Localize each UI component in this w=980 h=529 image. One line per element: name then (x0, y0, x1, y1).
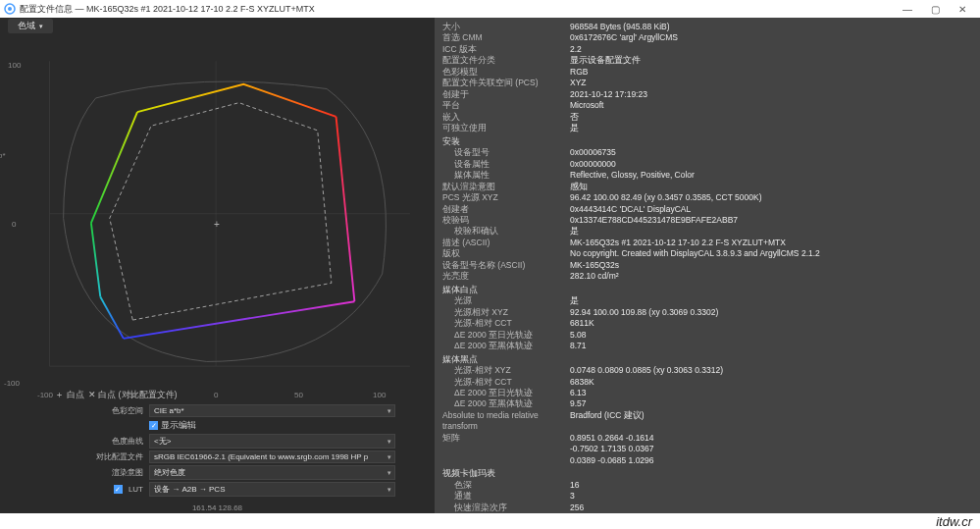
info-key: 色深 (442, 480, 570, 491)
info-row: 光源是 (442, 295, 972, 306)
info-key: 平台 (442, 100, 570, 111)
info-row: 创建于2021-10-12 17:19:23 (442, 89, 972, 100)
info-value: 0x6172676C 'argl' ArgyllCMS (570, 32, 972, 43)
info-key: Absolute to media relative transform (442, 410, 570, 433)
minimize-button[interactable]: — (894, 4, 921, 15)
info-value: 0.8951 0.2664 -0.1614 (570, 433, 972, 444)
compare-select[interactable]: sRGB IEC61966-2.1 (Equivalent to www.srg… (149, 450, 395, 463)
info-key: 创建于 (442, 89, 570, 100)
status-coords: 161.54 128.68 (0, 503, 435, 513)
info-row: 创建者0x4443414C 'DCAL' DisplayCAL (442, 204, 972, 215)
info-key: 默认渲染意图 (442, 182, 570, 192)
info-row: 快速渲染次序256 (442, 503, 972, 513)
info-row: 校验码0x13374E788CD445231478E9BFAFE2ABB7 (442, 215, 972, 226)
info-value: 感知 (570, 182, 972, 192)
tab-gamut[interactable]: 色域▾ (8, 19, 53, 33)
add-whitepoint-button[interactable]: ＋ 白点 (55, 389, 84, 401)
info-value: 3 (570, 491, 972, 502)
lut-label: LUT (129, 485, 143, 494)
info-key: 大小 (442, 22, 570, 32)
chevron-down-icon: ▾ (387, 469, 391, 477)
info-value: RGB (570, 67, 972, 78)
app-icon (4, 3, 16, 15)
info-key: 光源-相对 CCT (442, 377, 570, 388)
colorspace-label: 色彩空间 (94, 405, 149, 416)
info-value: 是 (570, 123, 972, 133)
chevron-down-icon: ▾ (387, 438, 391, 446)
info-key: 光源相对 XYZ (442, 307, 570, 318)
info-value: 16 (570, 480, 972, 491)
chroma-select[interactable]: <无>▾ (149, 434, 395, 449)
gamut-chart[interactable]: + 100 0 -100 b* -100 -50 0 50 100 (0, 33, 435, 385)
info-row: 设备型号名称 (ASCII)MK-165Q32s (442, 260, 972, 271)
info-value: Microsoft (570, 100, 972, 111)
footer-watermark: itdw.cr (0, 513, 980, 529)
rendering-select[interactable]: 绝对色度▾ (149, 465, 395, 480)
info-row: 光源-相对 XYZ0.0748 0.0809 0.0885 (xy 0.3063… (442, 365, 972, 376)
info-panel[interactable]: 大小968584 Bytes (945.88 KiB)首选 CMM0x61726… (435, 18, 980, 513)
info-row: 光源相对 XYZ92.94 100.00 109.88 (xy 0.3069 0… (442, 307, 972, 318)
info-row: 矩阵0.8951 0.2664 -0.1614 (442, 433, 972, 444)
info-row: 视频卡伽玛表 (442, 466, 972, 479)
info-row: ΔE 2000 至黑体轨迹9.57 (442, 398, 972, 409)
colorspace-select[interactable]: CIE a*b*▾ (149, 404, 395, 417)
info-row: 校验和确认是 (442, 226, 972, 237)
info-value: Reflective, Glossy, Positive, Color (570, 170, 972, 181)
info-key: 版权 (442, 248, 570, 259)
device-gamut (91, 84, 355, 339)
info-row: 首选 CMM0x6172676C 'argl' ArgyllCMS (442, 32, 972, 43)
info-value: 5.08 (570, 330, 972, 341)
info-key: 设备型号 (442, 147, 570, 158)
info-value: 6.13 (570, 388, 972, 398)
info-key: 配置文件关联空间 (PCS) (442, 78, 570, 88)
info-row: 0.0389 -0.0685 1.0296 (442, 455, 972, 466)
rendering-label: 渲染意图 (94, 467, 149, 478)
info-row: 大小968584 Bytes (945.88 KiB) (442, 22, 972, 32)
info-key: 光亮度 (442, 271, 570, 282)
info-row: ΔE 2000 至黑体轨迹8.71 (442, 341, 972, 351)
info-key: 通道 (442, 491, 570, 502)
info-value: 0.0389 -0.0685 1.0296 (570, 455, 972, 466)
info-value: 否 (570, 112, 972, 123)
info-key: 校验码 (442, 215, 570, 226)
info-value (570, 352, 972, 365)
chevron-down-icon: ▾ (387, 453, 391, 461)
left-panel: 色域▾ (0, 18, 435, 513)
maximize-button[interactable]: ▢ (921, 4, 949, 15)
info-row: -0.7502 1.7135 0.0367 (442, 444, 972, 454)
info-key: 光源 (442, 295, 570, 306)
lut-checkbox[interactable]: ✓ (114, 485, 123, 494)
info-key: 快速渲染次序 (442, 503, 570, 513)
reference-gamut (110, 103, 332, 320)
close-button[interactable]: ✕ (949, 4, 976, 15)
info-value: -0.7502 1.7135 0.0367 (570, 444, 972, 454)
info-key: 矩阵 (442, 433, 570, 444)
info-key: 首选 CMM (442, 32, 570, 43)
info-row: 描述 (ASCII)MK-165Q32s #1 2021-10-12 17-10… (442, 238, 972, 248)
info-key: 设备属性 (442, 159, 570, 170)
info-key: PCS 光源 XYZ (442, 192, 570, 203)
info-value: 968584 Bytes (945.88 KiB) (570, 22, 972, 32)
info-value: MK-165Q32s #1 2021-10-12 17-10 2.2 F-S X… (570, 238, 972, 248)
info-row: 嵌入否 (442, 112, 972, 123)
info-row: 色彩模型RGB (442, 67, 972, 78)
info-value: 0.0748 0.0809 0.0885 (xy 0.3063 0.3312) (570, 365, 972, 376)
info-value (570, 283, 972, 295)
info-value: 显示设备配置文件 (570, 55, 972, 66)
info-key: 光源-相对 XYZ (442, 365, 570, 376)
titlebar: 配置文件信息 — MK-165Q32s #1 2021-10-12 17-10 … (0, 0, 980, 18)
show-gamut-checkbox[interactable]: ✓ (149, 421, 158, 430)
info-key: 创建者 (442, 204, 570, 215)
info-value (570, 466, 972, 479)
info-row: 配置文件关联空间 (PCS)XYZ (442, 78, 972, 88)
info-row: 光亮度282.10 cd/m² (442, 271, 972, 282)
info-value: 0x4443414C 'DCAL' DisplayCAL (570, 204, 972, 215)
info-row: 光源-相对 CCT6811K (442, 318, 972, 329)
info-value: 92.94 100.00 109.88 (xy 0.3069 0.3302) (570, 307, 972, 318)
info-value: 6838K (570, 377, 972, 388)
lut-select[interactable]: 设备 → A2B → PCS▾ (149, 482, 395, 497)
info-key: 嵌入 (442, 112, 570, 123)
info-row: 媒体属性Reflective, Glossy, Positive, Color (442, 170, 972, 181)
info-value: MK-165Q32s (570, 260, 972, 271)
info-row: Absolute to media relative transformBrad… (442, 410, 972, 433)
